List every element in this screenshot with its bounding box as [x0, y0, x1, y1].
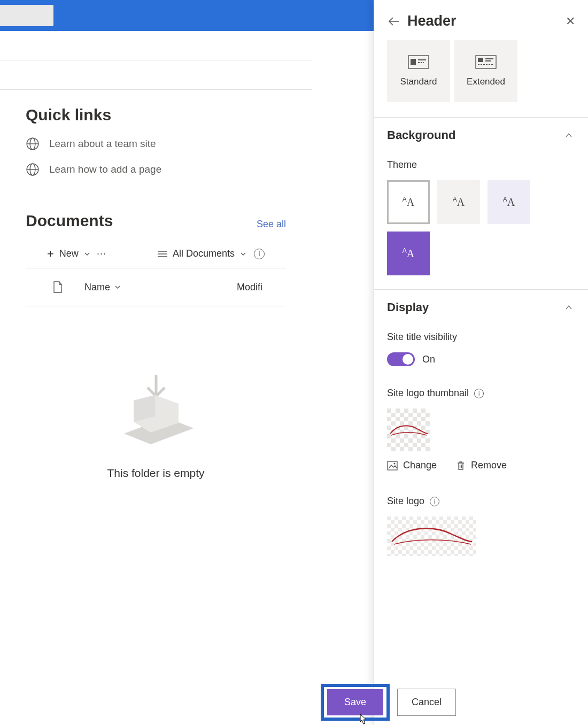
info-icon[interactable]: i	[430, 497, 439, 506]
file-type-column	[47, 281, 68, 293]
quick-link-item[interactable]: Learn about a team site	[26, 137, 286, 151]
new-label: New	[59, 248, 79, 259]
site-title-visibility-label: Site title visibility	[387, 331, 575, 343]
view-selector[interactable]: All Documents	[158, 248, 246, 259]
layout-option-standard[interactable]: Standard	[387, 40, 450, 102]
view-selector-label: All Documents	[173, 248, 235, 259]
aa-icon: AA	[503, 196, 515, 209]
modified-column-header[interactable]: Modifi	[237, 282, 265, 293]
chevron-up-icon	[564, 131, 573, 140]
quick-link-label: Learn how to add a page	[49, 164, 161, 175]
ribbon-region	[0, 31, 312, 60]
new-button[interactable]: + New	[47, 248, 90, 259]
layout-label: Standard	[400, 76, 437, 87]
image-edit-icon	[387, 461, 398, 471]
display-heading: Display	[387, 300, 429, 314]
quick-link-item[interactable]: Learn how to add a page	[26, 163, 286, 176]
save-button[interactable]: Save	[327, 689, 383, 715]
see-all-link[interactable]: See all	[257, 219, 286, 230]
documents-toolbar: + New ··· All Documents i	[26, 241, 286, 268]
site-logo-label: Site logo	[387, 496, 424, 507]
empty-message: This folder is empty	[107, 467, 204, 480]
svg-point-19	[394, 462, 396, 464]
empty-state: This folder is empty	[26, 306, 286, 480]
info-icon[interactable]: i	[254, 249, 265, 259]
background-heading: Background	[387, 128, 455, 142]
globe-icon	[26, 137, 40, 151]
svg-rect-10	[411, 59, 416, 65]
back-arrow-icon[interactable]	[387, 15, 400, 28]
trash-icon	[456, 460, 466, 471]
svg-rect-18	[388, 461, 397, 470]
theme-swatch-neutral[interactable]: AA	[437, 180, 480, 224]
name-column-header[interactable]: Name	[84, 282, 121, 293]
background-section-header[interactable]: Background	[374, 118, 588, 148]
cursor-icon	[358, 713, 368, 725]
documents-table-head: Name Modifi	[26, 268, 286, 306]
file-icon	[53, 281, 63, 293]
chevron-down-icon	[240, 251, 246, 257]
globe-icon	[26, 163, 40, 176]
quick-links-heading: Quick links	[26, 106, 286, 124]
extended-layout-icon	[475, 55, 497, 69]
theme-swatch-strong[interactable]: AA	[387, 232, 430, 275]
theme-swatch-light[interactable]: AA	[387, 180, 430, 224]
aa-icon: AA	[403, 247, 414, 260]
more-actions-button[interactable]: ···	[97, 248, 106, 259]
save-highlight-box: Save	[321, 684, 390, 721]
chevron-down-icon	[84, 251, 90, 257]
close-icon[interactable]: ✕	[566, 14, 575, 28]
search-box-placeholder[interactable]	[0, 5, 53, 26]
info-icon[interactable]: i	[474, 389, 484, 398]
layout-label: Extended	[467, 76, 505, 87]
svg-rect-14	[478, 58, 483, 62]
header-settings-pane: Header ✕ Standard Extended Background Th…	[374, 0, 588, 725]
toggle-state-label: On	[422, 354, 435, 365]
list-icon	[158, 250, 167, 258]
site-title-visibility-toggle[interactable]	[387, 352, 415, 366]
pane-title: Header	[407, 13, 457, 29]
empty-folder-icon	[113, 371, 199, 445]
site-logo-thumbnail-label: Site logo thumbnail	[387, 388, 469, 399]
aa-icon: AA	[453, 196, 465, 209]
site-logo-thumbnail-preview	[387, 408, 430, 451]
subheader-region	[0, 60, 312, 90]
theme-label: Theme	[387, 159, 575, 171]
site-logo-preview	[387, 516, 476, 556]
display-section-header[interactable]: Display	[374, 290, 588, 320]
page-main: Quick links Learn about a team site Lear…	[0, 31, 312, 725]
aa-icon: AA	[403, 196, 414, 209]
layout-option-extended[interactable]: Extended	[454, 40, 517, 102]
documents-heading: Documents	[26, 212, 113, 230]
quick-link-label: Learn about a team site	[49, 138, 156, 150]
standard-layout-icon	[408, 55, 429, 69]
change-thumbnail-button[interactable]: Change	[387, 460, 437, 471]
cancel-button[interactable]: Cancel	[397, 689, 456, 716]
remove-thumbnail-button[interactable]: Remove	[456, 460, 507, 471]
pane-footer-buttons: Save Cancel	[321, 684, 456, 721]
theme-swatch-soft[interactable]: AA	[488, 180, 530, 224]
chevron-down-icon	[114, 284, 121, 290]
chevron-up-icon	[564, 303, 573, 312]
